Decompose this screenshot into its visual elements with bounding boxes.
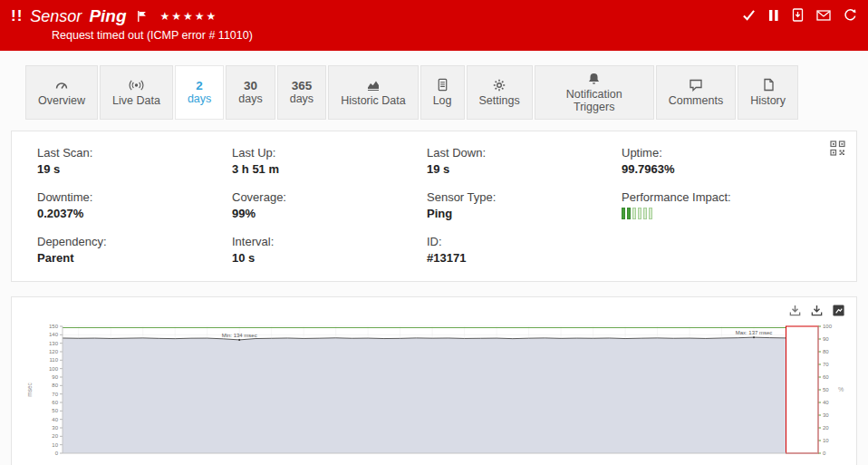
down-status-icon: !! <box>9 7 23 25</box>
tab-label: days <box>290 92 313 105</box>
tab-label-number: 30 <box>244 79 257 92</box>
svg-text:120: 120 <box>49 349 59 354</box>
gear-icon <box>492 77 506 92</box>
info-value: 10 s <box>232 251 427 265</box>
ping-2day-chart[interactable]: 0102030405060708090100110120130140150010… <box>21 317 849 465</box>
info-last-scan: Last Scan: 19 s <box>37 146 232 176</box>
tab-settings[interactable]: Settings <box>467 65 533 120</box>
tab-notification-triggers[interactable]: Notification Triggers <box>535 65 654 120</box>
tab-label: Notification Triggers <box>547 88 641 114</box>
tab-live-data[interactable]: Live Data <box>100 65 173 120</box>
info-value: 99.7963% <box>622 162 840 176</box>
info-value: 99% <box>232 207 427 220</box>
download-image-icon[interactable] <box>810 304 824 321</box>
pause-icon[interactable] <box>768 9 779 22</box>
history-icon <box>762 77 775 92</box>
info-last-down: Last Down: 19 s <box>427 146 622 176</box>
acknowledge-check-icon[interactable] <box>742 9 756 22</box>
tab-label-number: 365 <box>292 79 313 92</box>
comment-icon <box>689 77 703 92</box>
info-interval: Interval: 10 s <box>232 235 427 265</box>
svg-text:10: 10 <box>52 441 58 447</box>
tab-historic-data[interactable]: Historic Data <box>328 65 419 120</box>
tab-label: Historic Data <box>341 94 406 107</box>
svg-text:60: 60 <box>52 400 58 405</box>
info-uptime: Uptime: 99.7963% <box>622 146 840 176</box>
svg-text:100: 100 <box>823 324 833 329</box>
svg-text:50: 50 <box>52 408 58 413</box>
svg-text:0: 0 <box>823 450 826 456</box>
tab-30-days[interactable]: 30 days <box>226 65 275 120</box>
qr-code-icon[interactable] <box>830 140 845 160</box>
tab-label: days <box>188 92 211 105</box>
bell-icon <box>587 71 601 86</box>
impact-bar <box>622 208 625 219</box>
svg-text:20: 20 <box>823 425 829 431</box>
info-label: Performance Impact: <box>622 190 840 204</box>
page-title: Ping <box>89 6 126 26</box>
svg-text:40: 40 <box>823 400 829 405</box>
impact-bar <box>638 208 641 219</box>
info-label: Dependency: <box>37 235 232 248</box>
tab-history[interactable]: History <box>738 65 798 120</box>
header-actions <box>742 8 857 22</box>
priority-stars[interactable]: ★★★★★ <box>160 10 218 23</box>
tab-365-days[interactable]: 365 days <box>277 65 326 120</box>
svg-text:150: 150 <box>49 324 59 329</box>
svg-text:0: 0 <box>55 450 59 456</box>
chart-toolbar <box>788 304 845 321</box>
live-data-icon <box>129 77 144 92</box>
download-data-icon[interactable] <box>788 304 802 321</box>
impact-bar <box>627 208 631 219</box>
open-fullscreen-icon[interactable] <box>832 304 845 321</box>
tab-comments[interactable]: Comments <box>656 65 736 120</box>
svg-text:msec: msec <box>26 382 33 396</box>
sensor-header: !! Sensor Ping ★★★★★ Request timed out (… <box>0 0 868 51</box>
tab-overview[interactable]: Overview <box>25 65 98 120</box>
tab-log[interactable]: Log <box>420 65 465 120</box>
refresh-icon[interactable] <box>844 8 857 22</box>
info-label: Last Down: <box>427 146 622 160</box>
impact-bar <box>632 208 636 219</box>
svg-text:Max: 137 msec: Max: 137 msec <box>736 330 773 335</box>
svg-text:30: 30 <box>823 412 829 418</box>
info-id: ID: #13171 <box>427 235 622 265</box>
favorite-flag-icon[interactable] <box>136 10 148 23</box>
svg-text:80: 80 <box>823 349 829 354</box>
tab-label: History <box>750 94 786 107</box>
info-value: 0.2037% <box>37 207 232 220</box>
info-value: 19 s <box>427 162 622 176</box>
historic-chart-icon <box>366 77 381 92</box>
info-coverage: Coverage: 99% <box>232 190 427 220</box>
tab-label: days <box>238 92 262 105</box>
svg-text:100: 100 <box>49 365 59 371</box>
tab-label: Comments <box>669 94 723 107</box>
impact-bar <box>649 208 652 219</box>
info-performance-impact: Performance Impact: <box>622 190 840 220</box>
live-graph-panel: 0102030405060708090100110120130140150010… <box>11 296 857 465</box>
info-last-up: Last Up: 3 h 51 m <box>232 146 427 176</box>
tab-2-days[interactable]: 2 days <box>175 65 224 120</box>
svg-text:90: 90 <box>823 336 829 342</box>
info-label: Sensor Type: <box>427 190 622 204</box>
svg-text:40: 40 <box>52 416 58 421</box>
info-sensor-type: Sensor Type: Ping <box>427 190 622 220</box>
info-label: ID: <box>427 235 622 248</box>
gauge-icon <box>54 77 69 92</box>
svg-text:110: 110 <box>49 357 58 363</box>
email-icon[interactable] <box>816 10 831 21</box>
svg-text:90: 90 <box>52 374 58 380</box>
svg-text:10: 10 <box>823 438 829 443</box>
svg-text:140: 140 <box>49 332 59 337</box>
report-export-icon[interactable] <box>792 8 804 22</box>
svg-text:Min: 134 msec: Min: 134 msec <box>222 333 257 338</box>
info-label: Last Scan: <box>37 146 232 160</box>
info-label: Last Up: <box>232 146 427 160</box>
info-label: Downtime: <box>37 190 232 204</box>
info-label: Uptime: <box>622 146 840 160</box>
info-value: Parent <box>37 251 232 265</box>
svg-text:50: 50 <box>823 387 829 392</box>
tab-label: Log <box>433 94 452 107</box>
info-value: #13171 <box>427 251 622 265</box>
log-icon <box>436 77 449 92</box>
